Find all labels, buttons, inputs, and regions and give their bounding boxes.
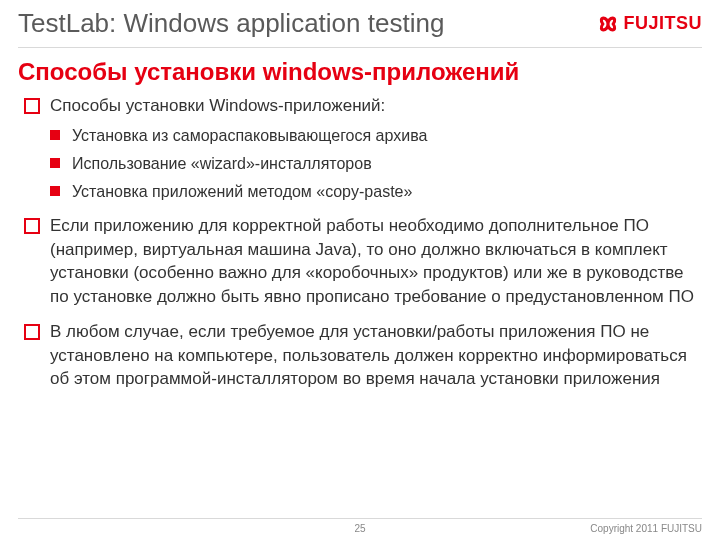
bullet-text: Если приложению для корректной работы не… bbox=[50, 216, 694, 305]
fujitsu-logo: FUJITSU bbox=[595, 11, 702, 37]
slide: TestLab: Windows application testing FUJ… bbox=[0, 0, 720, 540]
bullet-list: Способы установки Windows-приложений:Уст… bbox=[24, 94, 696, 390]
sub-bullet-item: Использование «wizard»-инсталляторов bbox=[50, 153, 696, 175]
header-title: TestLab: Windows application testing bbox=[18, 8, 444, 39]
fujitsu-infinity-icon bbox=[595, 11, 621, 37]
copyright-text: Copyright 2011 FUJITSU bbox=[590, 523, 702, 534]
bullet-item: Способы установки Windows-приложений:Уст… bbox=[24, 94, 696, 202]
header: TestLab: Windows application testing FUJ… bbox=[0, 0, 720, 43]
bullet-text: Способы установки Windows-приложений: bbox=[50, 96, 385, 115]
bullet-text: В любом случае, если требуемое для устан… bbox=[50, 322, 687, 388]
slide-title: Способы установки windows-приложений bbox=[0, 48, 720, 94]
sub-bullet-list: Установка из самораспаковывающегося архи… bbox=[50, 125, 696, 202]
sub-bullet-item: Установка приложений методом «copy-paste… bbox=[50, 181, 696, 203]
bullet-item: Если приложению для корректной работы не… bbox=[24, 214, 696, 308]
content: Способы установки Windows-приложений:Уст… bbox=[0, 94, 720, 540]
sub-bullet-item: Установка из самораспаковывающегося архи… bbox=[50, 125, 696, 147]
footer: 25 Copyright 2011 FUJITSU bbox=[0, 518, 720, 534]
logo-text: FUJITSU bbox=[623, 13, 702, 34]
page-number: 25 bbox=[354, 523, 365, 534]
footer-divider bbox=[18, 518, 702, 519]
bullet-item: В любом случае, если требуемое для устан… bbox=[24, 320, 696, 390]
